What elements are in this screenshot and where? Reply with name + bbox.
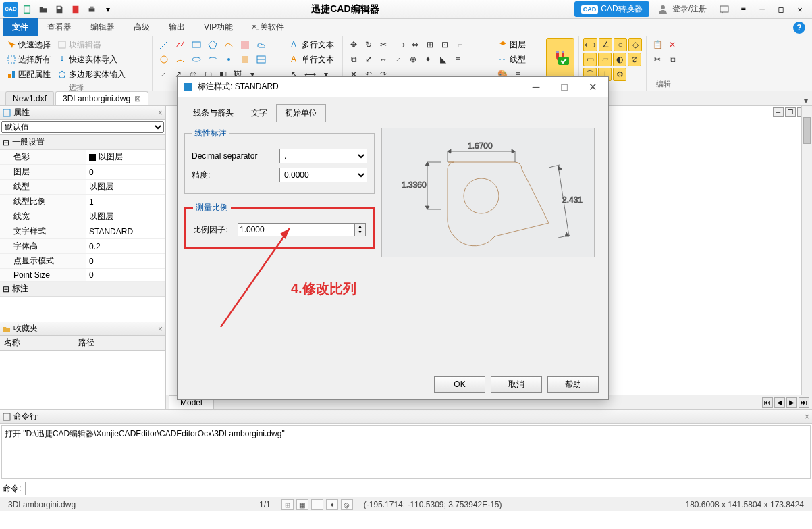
menu-related[interactable]: 相关软件 xyxy=(242,18,294,36)
menu-editor[interactable]: 编辑器 xyxy=(81,18,124,36)
cut-icon[interactable]: ✂ xyxy=(651,53,664,66)
measure-angle-icon[interactable]: ∠ xyxy=(599,38,612,51)
command-log[interactable]: 打开 "D:\迅捷CAD编辑器\XunjieCADEditor\CADEdito… xyxy=(1,425,811,479)
join-icon[interactable]: ⊕ xyxy=(406,53,420,66)
print-icon[interactable] xyxy=(84,2,99,17)
move-icon[interactable]: ✥ xyxy=(347,38,360,51)
cad-converter-button[interactable]: CAD CAD转换器 xyxy=(574,1,649,17)
break-icon[interactable]: ⟋ xyxy=(391,53,405,66)
copy-clip-icon[interactable]: ⧉ xyxy=(666,53,679,66)
select-all-button[interactable]: 选择所有 xyxy=(4,53,53,66)
dim-style-icon[interactable]: ⚙ xyxy=(613,68,626,81)
dim-aligned-icon[interactable]: ▱ xyxy=(598,53,612,66)
polygon-input-button[interactable]: 多边形实体输入 xyxy=(55,68,128,81)
measure-area-icon[interactable]: ○ xyxy=(614,38,627,51)
polyline-icon[interactable] xyxy=(173,38,188,51)
new-icon[interactable] xyxy=(20,2,34,17)
help-button[interactable]: 帮助 xyxy=(547,376,599,393)
decimal-sep-select[interactable]: . xyxy=(279,149,367,163)
copy-icon[interactable]: ⧉ xyxy=(347,53,360,66)
scroll-first-icon[interactable]: ⏮ xyxy=(762,397,773,408)
line-icon[interactable] xyxy=(157,38,171,51)
save-icon[interactable] xyxy=(52,2,67,17)
minimize-icon[interactable]: ─ xyxy=(754,3,770,16)
quick-select-button[interactable]: 快速选择 xyxy=(4,38,53,51)
scale-icon[interactable]: ⤢ xyxy=(362,53,375,66)
menu-advanced[interactable]: 高级 xyxy=(124,18,159,36)
col-path[interactable]: 路径 xyxy=(74,336,99,350)
spinner-buttons[interactable]: ▲▼ xyxy=(355,223,366,236)
command-input[interactable] xyxy=(25,482,809,495)
snap-button[interactable] xyxy=(546,38,574,77)
spin-up-icon[interactable]: ▲ xyxy=(355,224,365,230)
table-icon[interactable] xyxy=(254,53,269,66)
col-name[interactable]: 名称 xyxy=(0,336,74,350)
login-button[interactable]: 登录/注册 xyxy=(657,3,707,15)
explode-icon[interactable]: ✦ xyxy=(421,53,435,66)
paste-icon[interactable]: 📋 xyxy=(651,38,664,51)
dropdown-icon[interactable]: ▾ xyxy=(101,2,115,17)
cloud-icon[interactable] xyxy=(254,38,269,51)
align-icon[interactable]: ≡ xyxy=(451,53,464,66)
scroll-last-icon[interactable]: ⏭ xyxy=(799,397,809,408)
linetype-button[interactable]: 线型 xyxy=(495,53,529,66)
section-annotation[interactable]: ⊟标注 xyxy=(0,282,165,297)
file-tab-0[interactable]: New1.dxf xyxy=(5,91,54,105)
dim-diameter-icon[interactable]: ⊘ xyxy=(628,53,641,66)
arc-icon[interactable] xyxy=(173,53,188,66)
panel-close-icon[interactable]: × xyxy=(158,324,163,334)
circle-icon[interactable] xyxy=(157,53,171,66)
panel-close-icon[interactable]: × xyxy=(805,412,809,422)
file-tab-1[interactable]: 3DLamborgini.dwg⊠ xyxy=(55,91,148,105)
close-tab-icon[interactable]: ⊠ xyxy=(134,94,141,103)
delete-icon[interactable]: ✕ xyxy=(666,38,679,51)
help-icon[interactable]: ? xyxy=(793,22,805,34)
mtext-button[interactable]: A多行文本 xyxy=(288,38,337,51)
spline-icon[interactable] xyxy=(221,38,236,51)
close-window-icon[interactable]: ✕ xyxy=(792,3,808,16)
hatch-icon[interactable] xyxy=(238,38,252,51)
scroll-next-icon[interactable]: ▶ xyxy=(786,397,797,408)
stretch-icon[interactable]: ↔ xyxy=(377,53,390,66)
tab-lines[interactable]: 线条与箭头 xyxy=(184,104,242,122)
chamfer-icon[interactable]: ◣ xyxy=(436,53,450,66)
property-filter[interactable]: 默认值 xyxy=(1,121,164,133)
spin-down-icon[interactable]: ▼ xyxy=(355,230,365,236)
section-general[interactable]: ⊟一般设置 xyxy=(0,135,165,150)
quick-entity-import-button[interactable]: 快速实体导入 xyxy=(55,53,120,66)
precision-select[interactable]: 0.0000 xyxy=(279,168,367,182)
dim-linear-icon[interactable]: ▭ xyxy=(583,53,597,66)
text-button[interactable]: A单行文本 xyxy=(288,53,337,66)
ortho-toggle-icon[interactable]: ⊥ xyxy=(311,499,323,510)
dialog-minimize-icon[interactable]: ─ xyxy=(526,81,546,93)
maximize-icon[interactable]: □ xyxy=(773,3,789,16)
menu-icon[interactable]: ≡ xyxy=(735,3,751,16)
menu-viewer[interactable]: 查看器 xyxy=(38,18,81,36)
xline-icon[interactable]: ⟋ xyxy=(157,68,170,81)
trim-icon[interactable]: ✂ xyxy=(377,38,390,51)
dialog-maximize-icon[interactable]: □ xyxy=(554,81,574,93)
menu-vip[interactable]: VIP功能 xyxy=(194,18,242,36)
measure-dist-icon[interactable]: ⟷ xyxy=(583,38,597,51)
feedback-icon[interactable] xyxy=(716,3,732,16)
osnap-toggle-icon[interactable]: ◎ xyxy=(341,499,353,510)
array-icon[interactable]: ⊞ xyxy=(423,38,437,51)
tab-text[interactable]: 文字 xyxy=(242,104,276,122)
measure-coord-icon[interactable]: ◇ xyxy=(628,38,642,51)
canvas-restore-icon[interactable]: ❐ xyxy=(785,107,796,117)
canvas-min-icon[interactable]: ─ xyxy=(773,107,784,117)
dialog-close-icon[interactable]: ✕ xyxy=(583,81,603,93)
scroll-prev-icon[interactable]: ◀ xyxy=(774,397,785,408)
panel-close-icon[interactable]: × xyxy=(158,108,163,118)
layer-button[interactable]: 图层 xyxy=(495,38,529,51)
rotate-icon[interactable]: ↻ xyxy=(362,38,375,51)
point-icon[interactable] xyxy=(221,53,236,66)
ellipse-arc-icon[interactable] xyxy=(205,53,220,66)
menu-file[interactable]: 文件 xyxy=(3,18,38,36)
match-props-button[interactable]: 匹配属性 xyxy=(4,68,53,81)
open-icon[interactable] xyxy=(36,2,51,17)
polar-toggle-icon[interactable]: ✦ xyxy=(326,499,338,510)
ok-button[interactable]: OK xyxy=(434,376,485,393)
grid-toggle-icon[interactable]: ▦ xyxy=(296,499,308,510)
cancel-button[interactable]: 取消 xyxy=(491,376,542,393)
